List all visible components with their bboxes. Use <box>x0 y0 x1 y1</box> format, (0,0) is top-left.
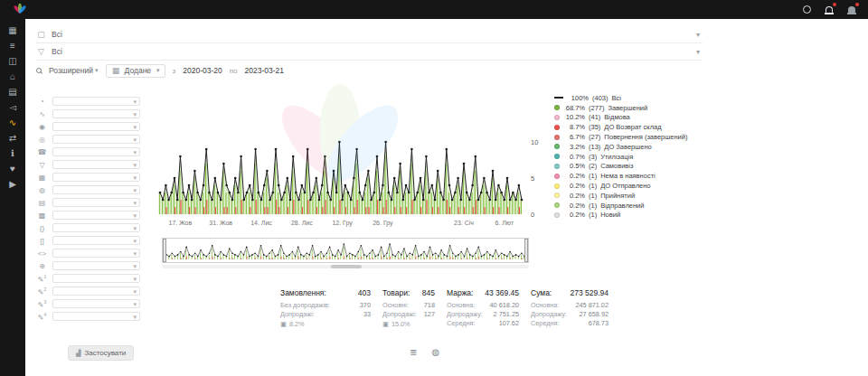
filter-row: {}▾ <box>25 221 146 234</box>
products-icon[interactable]: ▤ <box>3 84 23 99</box>
theme-circle-icon[interactable] <box>801 5 812 15</box>
support-icon[interactable]: ♥ <box>3 161 23 176</box>
svg-text:28. Лис: 28. Лис <box>291 220 313 226</box>
filter-select[interactable]: ▾ <box>52 249 140 258</box>
filter-select[interactable]: ▾ <box>52 261 140 270</box>
store-icon[interactable]: ⌂ <box>3 69 23 84</box>
stat-header: Сума:273 529.94 <box>531 288 609 297</box>
filter-rows: ◔▾∿▾◉▾◎▾☎▾▽▾▦▾◍▾▤▾▩▾{}▾[]▾<>▾⊕▾✎1▾✎2▾✎3▾… <box>25 95 146 323</box>
notifications-muted-icon[interactable] <box>846 5 857 15</box>
filter-select[interactable]: ▾ <box>52 160 140 169</box>
stat-subrow: Допродажі:33 <box>280 310 371 319</box>
filter-select[interactable]: ▾ <box>52 198 140 207</box>
chevron-down-icon: ▾ <box>133 149 137 155</box>
legend-percent: 0.7% <box>563 153 585 161</box>
clients-icon[interactable]: ◫ <box>3 53 23 69</box>
stat-sub-label: Основна: <box>447 301 475 310</box>
filter-select[interactable]: ▾ <box>52 223 140 232</box>
navigator-left-handle[interactable] <box>163 239 166 262</box>
stat-sub-value: 107.62 <box>499 319 519 328</box>
navigator-chart[interactable] <box>164 240 527 263</box>
filter-select[interactable]: ▾ <box>52 274 140 283</box>
stat-title: Маржа: <box>447 288 473 297</box>
topbar-actions <box>801 5 857 15</box>
stat-sub-value: 245 871.02 <box>575 301 609 310</box>
legend-item[interactable]: 0.2%(1)Нема в наявності <box>554 171 687 181</box>
bell-icon[interactable] <box>824 5 835 15</box>
stat-header: Замовлення:403 <box>280 288 371 297</box>
table-view-icon[interactable]: ≣ <box>410 347 417 357</box>
date-field-select[interactable]: ▦ Додане ▾ <box>106 64 165 78</box>
dashboard-icon[interactable]: ▦ <box>3 23 23 38</box>
filter-row: ▽▾ <box>25 158 146 171</box>
stat-sub-value: 2 751.25 <box>494 310 519 319</box>
filter-select[interactable]: ▾ <box>52 236 140 245</box>
legend-item[interactable]: 0.5%(2)Самовивіз <box>554 162 687 172</box>
apply-filters-button[interactable]: ▟ Застосувати <box>68 345 134 361</box>
svg-text:26. Гру: 26. Гру <box>373 220 393 227</box>
navigator-scroll-thumb[interactable] <box>331 265 362 268</box>
stat-subrow: Основні:718 <box>382 301 435 310</box>
filter-select[interactable]: ▾ <box>52 185 140 194</box>
chart-navigator[interactable] <box>162 238 529 263</box>
legend-item[interactable]: 8.7%(35)ДО Возврат склад <box>554 122 687 132</box>
filter-select[interactable]: ▾ <box>52 97 140 106</box>
svg-text:14. Лис: 14. Лис <box>250 220 272 226</box>
date-to[interactable]: 2023-03-21 <box>245 66 284 75</box>
bag-icon: ▣ <box>382 320 389 328</box>
app-logo[interactable] <box>13 3 27 17</box>
filter-row: ⊕▾ <box>25 259 146 272</box>
legend-item[interactable]: 0.2%(1)Новий <box>554 211 687 221</box>
date-from[interactable]: 2020-03-20 <box>183 66 222 75</box>
filter-select[interactable]: ▾ <box>52 109 140 118</box>
info-icon[interactable]: ℹ <box>3 146 23 161</box>
filter-row: ✎1▾ <box>25 272 146 285</box>
filter-select[interactable]: ▾ <box>52 312 140 321</box>
svg-text:5: 5 <box>531 174 534 183</box>
navigator-scrollbar[interactable] <box>162 265 529 268</box>
legend-item[interactable]: 68.7%(277)Завершений <box>554 103 687 113</box>
search-icon[interactable] <box>36 68 42 73</box>
legend-percent: 0.2% <box>563 211 585 219</box>
chevron-down-icon: ▾ <box>696 31 703 39</box>
marketing-icon[interactable]: ◅ <box>3 99 23 115</box>
video-icon[interactable]: ▶ <box>3 176 23 192</box>
notification-badge <box>833 3 836 6</box>
filter-select[interactable]: ▾ <box>52 299 140 308</box>
orders-chart[interactable]: 17. Жов31. Жов14. Лис28. Лис12. Гру26. Г… <box>156 88 549 230</box>
stats-icon[interactable]: ∿ <box>3 115 23 130</box>
filter-select[interactable]: ▾ <box>52 287 140 296</box>
status-filter-value: Всі <box>52 30 62 39</box>
filter-select[interactable]: ▾ <box>52 135 140 144</box>
legend-item[interactable]: 0.2%(1)Відправлений <box>554 201 687 211</box>
phone-icon: ☎ <box>37 148 47 156</box>
legend-label: Повернення (завершений) <box>604 133 687 141</box>
legend-count: (27) <box>589 133 600 141</box>
chevron-down-icon: ▾ <box>133 111 137 118</box>
type-filter-row[interactable]: ▽ Всі ▾ <box>36 43 703 61</box>
legend-item[interactable]: 0.2%(1)Прийнятий <box>554 191 687 201</box>
legend-item[interactable]: 6.7%(27)Повернення (завершений) <box>554 132 687 142</box>
stat-sub-label: Допродажу: <box>531 310 567 319</box>
integrations-icon[interactable]: ⇄ <box>3 130 23 146</box>
stat-sub-label: Основна: <box>531 301 559 310</box>
legend-item[interactable]: 0.2%(1)ДО Отправлено <box>554 181 687 191</box>
legend-label: Всі <box>612 94 621 102</box>
export-icon[interactable]: ◍ <box>431 347 439 357</box>
legend-swatch <box>554 174 560 179</box>
filter-select[interactable]: ▾ <box>52 173 140 182</box>
filter-select[interactable]: ▾ <box>52 122 140 131</box>
legend-item[interactable]: 100%(403)Всі <box>554 93 687 103</box>
stat-subrow: Середня:107.62 <box>447 319 519 328</box>
navigator-right-handle[interactable] <box>524 239 528 262</box>
filter-select[interactable]: ▾ <box>52 147 140 156</box>
filter-select[interactable]: ▾ <box>52 211 140 220</box>
legend-item[interactable]: 3.2%(13)ДО Завершено <box>554 142 687 152</box>
search-mode-select[interactable]: Розширений ▾ <box>49 66 99 75</box>
pencil-icon: ✎3 <box>37 299 47 309</box>
status-filter-row[interactable]: ▢ Всі ▾ <box>36 26 703 43</box>
legend-item[interactable]: 10.2%(41)Відмова <box>554 113 687 123</box>
legend-item[interactable]: 0.7%(3)Утилізація <box>554 152 687 162</box>
search-mode-value: Розширений <box>49 66 93 75</box>
orders-icon[interactable]: ≡ <box>3 38 23 53</box>
